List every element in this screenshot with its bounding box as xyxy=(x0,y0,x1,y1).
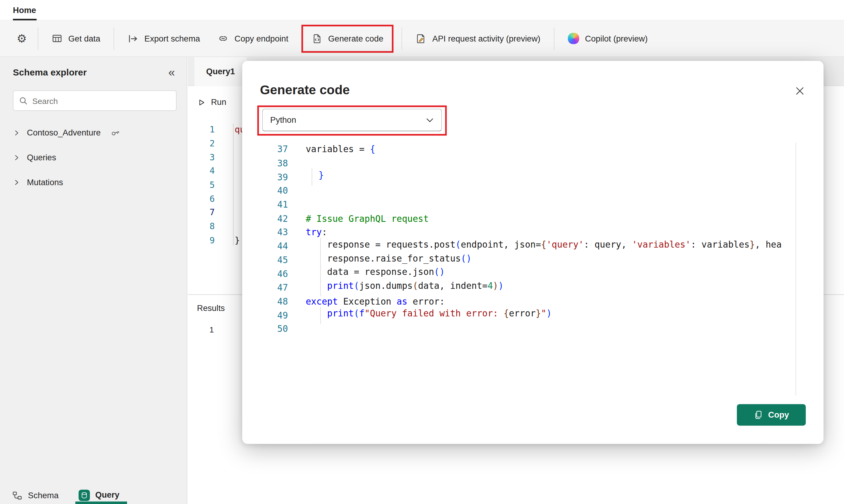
editor-line: 2 xyxy=(188,137,245,150)
line-number: 38 xyxy=(262,158,288,168)
chevron-right-icon xyxy=(13,154,21,162)
close-button[interactable] xyxy=(792,83,808,98)
copilot-label: Copilot (preview) xyxy=(585,34,648,43)
play-icon xyxy=(197,97,206,107)
chevron-right-icon xyxy=(13,179,21,186)
line-number: 37 xyxy=(262,144,288,155)
database-table-icon xyxy=(52,33,62,44)
ribbon-tab-bar: Home xyxy=(0,0,844,20)
indent-guide xyxy=(306,253,327,267)
settings-button[interactable]: ⚙ xyxy=(11,26,33,51)
tree-item-mutations[interactable]: Mutations xyxy=(0,170,187,195)
indent-guide xyxy=(306,281,327,295)
collapse-sidebar-icon[interactable]: « xyxy=(166,67,177,78)
bottom-tab-bar: Schema Query xyxy=(0,477,187,504)
tab-query[interactable]: Query xyxy=(78,489,120,501)
run-button[interactable]: Run xyxy=(197,97,227,107)
api-request-activity-button[interactable]: API request activity (preview) xyxy=(407,26,549,51)
editor-lines[interactable]: 1qu23456789} xyxy=(188,123,245,247)
results-header: Results xyxy=(197,303,225,313)
line-number: 5 xyxy=(188,180,215,190)
line-number: 43 xyxy=(262,227,288,238)
line-number: 39 xyxy=(262,172,288,182)
language-dropdown[interactable]: Python xyxy=(262,109,442,131)
code-file-icon xyxy=(311,33,322,44)
export-schema-button[interactable]: Export schema xyxy=(119,26,209,51)
line-number: 8 xyxy=(188,221,215,232)
copy-endpoint-label: Copy endpoint xyxy=(235,34,288,43)
editor-line: 6 xyxy=(188,192,245,206)
close-icon xyxy=(795,86,806,96)
tab-query-label: Query xyxy=(95,490,120,500)
line-number: 1 xyxy=(188,125,215,135)
code-line: 44response = requests.post(endpoint, jso… xyxy=(262,239,803,253)
copilot-button[interactable]: Copilot (preview) xyxy=(559,26,656,51)
tree-item-label: Queries xyxy=(27,153,56,162)
schema-explorer-sidebar: Schema explorer « Contoso_Adventure Quer… xyxy=(0,57,187,504)
chevron-down-icon xyxy=(425,115,434,125)
code-line: 49print(f"Query failed with error: {erro… xyxy=(262,308,803,322)
copy-button[interactable]: Copy xyxy=(737,404,806,426)
search-box[interactable] xyxy=(13,90,177,111)
code-line: 38 xyxy=(262,156,803,170)
indent-guide xyxy=(306,170,318,184)
tree-item-queries[interactable]: Queries xyxy=(0,145,187,170)
code-text: # Issue GraphQL request xyxy=(306,213,429,224)
chevron-right-icon xyxy=(13,129,21,137)
editor-line: 8 xyxy=(188,219,245,233)
results-row-number: 1 xyxy=(210,325,214,334)
line-number: 7 xyxy=(188,207,215,218)
generate-code-dialog: Generate code Python 37variables = {3839… xyxy=(242,61,824,444)
code-scrollbar[interactable] xyxy=(795,143,796,396)
link-icon xyxy=(217,33,229,44)
api-request-activity-label: API request activity (preview) xyxy=(432,34,540,43)
indent-guide xyxy=(306,267,327,281)
sidebar-header: Schema explorer « xyxy=(13,67,177,78)
code-text: try: xyxy=(306,227,327,238)
toolbar: ⚙ Get data Export schema Copy endpoint G… xyxy=(0,20,844,57)
toolbar-divider xyxy=(554,27,555,50)
line-number: 45 xyxy=(262,255,288,265)
editor-line: 3 xyxy=(188,150,245,164)
schema-diagram-icon xyxy=(12,490,23,501)
code-line: 40 xyxy=(262,184,803,198)
copy-icon xyxy=(754,410,764,420)
code-text: print(f"Query failed with error: {error}… xyxy=(306,308,552,322)
tab-schema-label: Schema xyxy=(28,491,58,500)
line-number: 3 xyxy=(188,152,215,162)
line-number: 50 xyxy=(262,324,288,334)
code-line: 41 xyxy=(262,198,803,212)
code-line: 43try: xyxy=(262,226,803,239)
code-text: data = response.json() xyxy=(306,267,445,281)
toolbar-divider xyxy=(38,27,38,50)
tree-item-contoso-adventure[interactable]: Contoso_Adventure xyxy=(0,121,187,145)
line-number: 42 xyxy=(262,213,288,224)
editor-line: 7 xyxy=(188,205,245,219)
dialog-code-lines: 37variables = {3839}404142# Issue GraphQ… xyxy=(262,143,803,337)
get-data-button[interactable]: Get data xyxy=(43,26,109,51)
get-data-label: Get data xyxy=(68,34,100,43)
tab-home[interactable]: Home xyxy=(13,0,36,20)
code-text: except Exception as error: xyxy=(306,296,445,307)
editor-line: 9} xyxy=(188,233,245,247)
dialog-code[interactable]: 37variables = {3839}404142# Issue GraphQ… xyxy=(262,143,803,337)
search-input[interactable] xyxy=(33,96,171,105)
line-number: 49 xyxy=(262,310,288,321)
line-number: 41 xyxy=(262,200,288,210)
generate-code-button[interactable]: Generate code xyxy=(303,26,392,51)
key-icon xyxy=(110,128,120,138)
copy-endpoint-button[interactable]: Copy endpoint xyxy=(209,26,297,51)
indent-guide xyxy=(306,308,327,322)
tab-schema[interactable]: Schema xyxy=(12,490,58,501)
line-number: 47 xyxy=(262,283,288,293)
line-number: 6 xyxy=(188,194,215,204)
editor-line: 5 xyxy=(188,178,245,192)
tree-item-label: Mutations xyxy=(27,178,63,187)
copy-label: Copy xyxy=(768,410,789,420)
code-line: 50 xyxy=(262,322,803,336)
code-text: } xyxy=(235,235,240,246)
generate-code-label: Generate code xyxy=(328,34,383,43)
tab-query1[interactable]: Query1 xyxy=(194,57,247,86)
code-line: 42# Issue GraphQL request xyxy=(262,212,803,226)
editor-line: 1qu xyxy=(188,123,245,137)
